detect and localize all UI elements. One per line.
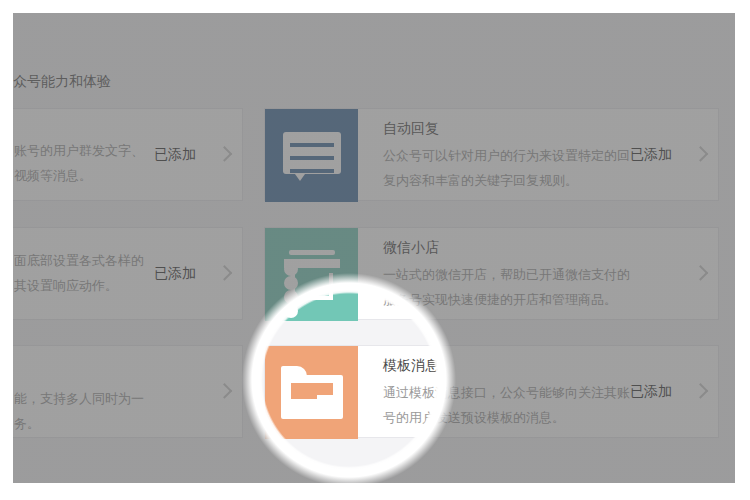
page-background: 众号能力和体验 账号的用户群发文字、视频等消息。已添加面底部设置各式各样的其设置… — [0, 0, 750, 500]
tutorial-dim-overlay-spotlight[interactable] — [13, 13, 735, 483]
